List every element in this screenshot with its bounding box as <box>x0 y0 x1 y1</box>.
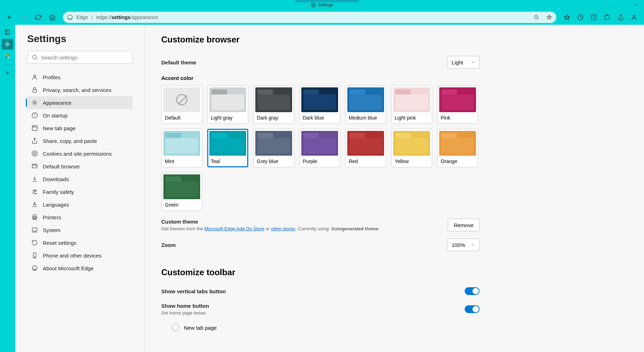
accent-color-label: Accent color <box>161 75 628 81</box>
read-aloud-icon[interactable] <box>546 15 552 20</box>
swatch-name: Dark gray <box>255 115 292 121</box>
nav-label: Reset settings <box>43 240 76 246</box>
accent-swatch-purple[interactable]: Purple <box>299 129 340 167</box>
accent-swatch-mint[interactable]: Mint <box>161 129 202 167</box>
svg-point-16 <box>33 55 36 59</box>
sidebar-item-languages[interactable]: Languages <box>27 198 133 211</box>
accent-swatch-light-gray[interactable]: Light gray <box>207 85 248 124</box>
other-stores-link[interactable]: other stores <box>271 226 295 231</box>
sidebar-item-downloads[interactable]: Downloads <box>27 173 133 185</box>
accent-swatch-dark-blue[interactable]: Dark blue <box>299 85 340 124</box>
sidebar-item-profiles[interactable]: Profiles <box>27 71 133 83</box>
sidebar-item-privacy-search-and-services[interactable]: Privacy, search, and services <box>27 83 133 96</box>
vtab-settings[interactable] <box>2 39 13 50</box>
collections-icon[interactable] <box>587 12 600 23</box>
sidebar-item-new-tab-page[interactable]: New tab page <box>27 122 133 134</box>
search-settings[interactable] <box>27 51 133 64</box>
nav-label: System <box>43 227 60 233</box>
swatch-name: Orange <box>439 158 476 164</box>
sidebar-item-reset-settings[interactable]: Reset settings <box>27 236 133 249</box>
default-theme-label: Default theme <box>161 59 196 65</box>
vertical-tabs-row: Show vertical tabs button <box>161 287 480 295</box>
sidebar-item-phone-and-other-devices[interactable]: Phone and other devices <box>27 249 133 262</box>
sidebar-item-family-safety[interactable]: Family safety <box>27 185 133 198</box>
zoom-icon[interactable] <box>534 15 539 20</box>
sidebar-item-printers[interactable]: Printers <box>27 211 133 224</box>
search-input[interactable] <box>41 54 128 60</box>
custom-theme-row: Custom theme Get themes from the Microso… <box>161 219 480 231</box>
radio-label: New tab page <box>184 325 217 331</box>
sidebar-item-default-browser[interactable]: Default browser <box>27 160 133 173</box>
window-tab[interactable]: Settings <box>311 2 333 7</box>
back-button[interactable] <box>4 12 16 23</box>
favorites-icon[interactable] <box>561 12 573 23</box>
sidebar-item-system[interactable]: System <box>27 224 133 236</box>
svg-rect-21 <box>32 126 37 131</box>
swatch-preview <box>439 87 476 112</box>
home-button-toggle[interactable] <box>465 305 480 313</box>
sidebar-item-appearance[interactable]: Appearance <box>27 96 133 109</box>
vtab-add[interactable] <box>2 68 13 78</box>
nav-label: Privacy, search, and services <box>43 87 111 93</box>
accent-swatch-pink[interactable]: Pink <box>437 85 478 124</box>
accent-swatch-orange[interactable]: Orange <box>437 129 478 167</box>
home-button[interactable] <box>46 12 59 23</box>
accent-swatch-dark-gray[interactable]: Dark gray <box>253 85 294 124</box>
swatch-name: Medium blue <box>347 115 384 121</box>
accent-swatch-yellow[interactable]: Yellow <box>391 129 432 167</box>
default-theme-dropdown[interactable]: Light <box>447 56 480 69</box>
custom-theme-label: Custom theme <box>161 219 378 225</box>
svg-point-32 <box>34 257 35 258</box>
home-radio-new-tab[interactable]: New tab page <box>161 323 628 333</box>
accent-swatch-medium-blue[interactable]: Medium blue <box>345 85 386 124</box>
zoom-dropdown[interactable]: 100% <box>447 238 480 251</box>
nav-icon <box>31 240 38 246</box>
svg-rect-27 <box>33 215 36 217</box>
swatch-name: Teal <box>209 158 246 164</box>
nav-icon <box>31 99 38 106</box>
nav-label: Default browser <box>43 163 80 169</box>
nav-icon <box>31 201 38 208</box>
nav-label: Printers <box>43 214 61 220</box>
remove-theme-button[interactable]: Remove <box>448 219 480 231</box>
gear-icon <box>311 2 316 7</box>
sidebar-item-about-microsoft-edge[interactable]: About Microsoft Edge <box>27 262 133 275</box>
sidebar-item-share-copy-and-paste[interactable]: Share, copy, and paste <box>27 134 133 147</box>
swatch-preview <box>209 87 246 112</box>
svg-point-26 <box>35 190 37 192</box>
vtab-divider <box>3 64 12 65</box>
vertical-tabs-bar <box>0 25 15 352</box>
forward-button[interactable] <box>18 12 30 23</box>
search-icon <box>32 54 37 60</box>
extensions-icon[interactable] <box>601 12 614 23</box>
accent-swatch-red[interactable]: Red <box>345 129 386 167</box>
sidebar-item-on-startup[interactable]: On startup <box>27 109 133 122</box>
accent-swatch-grey-blue[interactable]: Grey blue <box>253 129 294 167</box>
swatch-name: Red <box>347 158 384 164</box>
edge-icon <box>67 15 73 20</box>
address-bar[interactable]: Edge | edge://settings/appearance <box>63 12 556 23</box>
nav-icon <box>31 112 38 119</box>
accent-swatch-light-pink[interactable]: Light pink <box>391 85 432 124</box>
nav-label: Downloads <box>43 176 69 182</box>
sidebar-item-cookies-and-site-permissions[interactable]: Cookies and site permissions <box>27 147 133 160</box>
tab-label: Settings <box>318 2 333 7</box>
minimize-button[interactable] <box>628 0 644 10</box>
share-icon[interactable] <box>614 12 627 23</box>
swatch-name: Yellow <box>393 158 430 164</box>
profile-icon[interactable] <box>628 12 640 23</box>
vtab-other[interactable] <box>2 51 13 62</box>
tabs-toggle-icon[interactable] <box>2 27 13 37</box>
svg-point-22 <box>32 151 37 156</box>
history-icon[interactable] <box>574 12 587 23</box>
refresh-button[interactable] <box>32 12 45 23</box>
vertical-tabs-toggle[interactable] <box>465 287 480 295</box>
addon-store-link[interactable]: Microsoft Edge Add-On Store <box>204 226 264 231</box>
home-button-sub: Set home page below <box>161 310 209 316</box>
swatch-preview <box>163 87 200 112</box>
accent-swatch-default[interactable]: Default <box>161 85 202 124</box>
accent-swatch-green[interactable]: Green <box>161 172 202 211</box>
accent-swatch-teal[interactable]: Teal <box>207 129 248 167</box>
settings-sidebar: Settings ProfilesPrivacy, search, and se… <box>15 25 145 352</box>
nav-icon <box>31 163 38 169</box>
